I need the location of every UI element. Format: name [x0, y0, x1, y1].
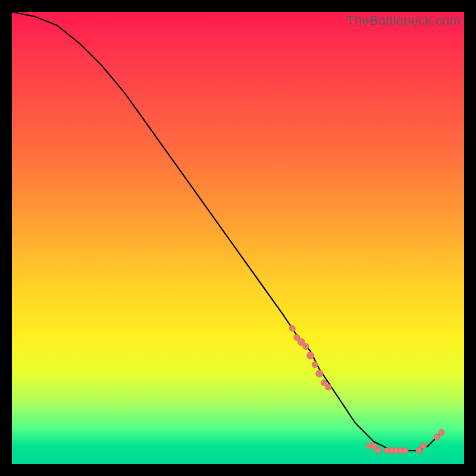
chart-marker — [321, 380, 327, 386]
chart-marker — [307, 352, 314, 359]
chart-marker — [303, 343, 309, 349]
chart-marker — [371, 443, 377, 449]
chart-marker — [421, 443, 427, 449]
chart-marker — [416, 447, 422, 453]
chart-marker — [375, 447, 381, 453]
chart-marker — [402, 447, 408, 453]
chart-curve — [12, 12, 441, 450]
chart-stage: TheBottleneck.com — [0, 0, 476, 476]
chart-marker — [312, 362, 318, 368]
chart-marker — [289, 325, 295, 331]
chart-plot-area: TheBottleneck.com — [12, 12, 464, 464]
chart-marker — [439, 430, 444, 436]
chart-marker — [434, 434, 440, 440]
chart-svg — [12, 12, 464, 464]
chart-marker — [316, 370, 323, 377]
chart-marker — [325, 384, 331, 390]
